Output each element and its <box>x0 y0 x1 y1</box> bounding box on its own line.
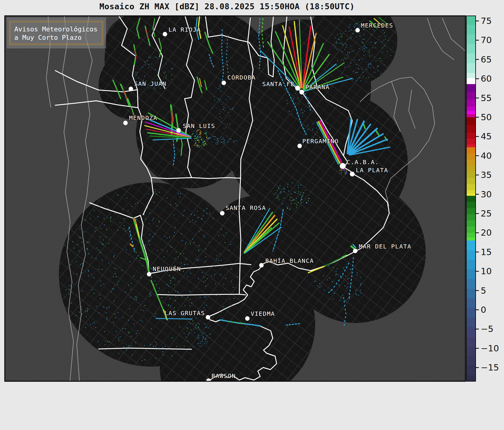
city-dot <box>147 272 151 277</box>
city-dot <box>220 211 225 216</box>
colorbar-segment <box>466 63 476 73</box>
colorbar-tick-label: 65 <box>481 54 492 65</box>
colorbar-segment <box>466 269 476 279</box>
city-dot <box>353 249 358 253</box>
city-label: RAWSON <box>212 372 236 379</box>
city-dot <box>129 87 133 91</box>
colorbar-tick-label: 70 <box>481 35 492 45</box>
city-label: LA PLATA <box>356 167 388 174</box>
colorbar-segment <box>466 184 476 190</box>
colorbar-segment <box>466 289 476 298</box>
colorbar-segment <box>466 147 476 153</box>
city-label: BAHÍA BLANCA <box>265 257 314 264</box>
colorbar-tick-label: 10 <box>481 266 492 276</box>
city-dot <box>222 81 226 85</box>
city-label: MAR DEL PLATA <box>359 243 411 250</box>
colorbar-segment <box>466 208 476 214</box>
colorbar-segment <box>466 54 476 63</box>
city-label: MENDOZA <box>129 114 157 121</box>
colorbar-segment <box>466 125 476 133</box>
city-dot <box>259 263 264 268</box>
colorbar-segment <box>466 190 476 194</box>
city-label: SANTA FE <box>262 80 295 88</box>
city-dot <box>356 28 360 33</box>
colorbar-segment <box>466 16 476 25</box>
footer: Servicio Meteorológico Nacional Argentin… <box>0 382 504 430</box>
colorbar-segment <box>466 375 476 382</box>
colorbar-segment <box>466 220 476 227</box>
colorbar-segment <box>466 240 476 250</box>
colorbar-segment <box>466 308 476 318</box>
city-label: C.A.B.A. <box>347 158 379 166</box>
city-dot <box>206 315 210 320</box>
colorbar-segment <box>466 178 476 184</box>
colorbar-segment <box>466 337 476 347</box>
colorbar-segment <box>466 73 476 78</box>
colorbar-segment <box>466 117 476 125</box>
city-label: PARANÁ <box>305 83 330 91</box>
colorbar-tick-label: 40 <box>481 151 492 161</box>
colorbar-tick-label: 15 <box>481 247 492 257</box>
warnings-overlay-line2: a Muy Corto Plazo <box>14 34 82 41</box>
warnings-overlay-box: Avisos Meteorológicosa Muy Corto Plazo <box>7 17 106 48</box>
colorbar-tick-label: 25 <box>481 208 492 219</box>
city-label: SAN LUIS <box>183 122 215 129</box>
colorbar-segment <box>466 92 476 100</box>
colorbar-segment <box>466 279 476 289</box>
colorbar-tick-label: 75 <box>481 16 492 26</box>
radar-map: Avisos Meteorológicosa Muy Corto PlazoLA… <box>0 0 504 430</box>
city-dot <box>163 32 167 36</box>
colorbar-segment <box>466 114 476 118</box>
colorbar-tick-label: 55 <box>481 93 492 103</box>
colorbar-tick-label: 5 <box>481 286 486 296</box>
city-dot <box>340 163 346 169</box>
colorbar-segment <box>466 250 476 260</box>
city-label: SAN JUAN <box>134 80 166 87</box>
colorbar-tick-label: 60 <box>481 74 492 84</box>
colorbar-tick-label: 50 <box>481 112 492 122</box>
colorbar-segment <box>466 366 476 376</box>
colorbar-segment <box>466 100 476 107</box>
colorbar-segment <box>466 202 476 208</box>
colorbar-tick-label: 20 <box>481 228 492 238</box>
colorbar-segment <box>466 153 476 160</box>
city-dot <box>123 121 128 125</box>
colorbar-tick-label: −5 <box>481 324 494 334</box>
colorbar-segment <box>466 84 476 92</box>
colorbar-segment <box>466 172 476 178</box>
colorbar-segment <box>466 214 476 221</box>
colorbar-tick-label: 0 <box>481 305 486 315</box>
city-label: NEUQUÉN <box>153 265 181 272</box>
map-canvas: Avisos Meteorológicosa Muy Corto PlazoLA… <box>5 0 465 416</box>
colorbar-segment <box>466 233 476 237</box>
colorbar-segment <box>466 227 476 233</box>
city-dot <box>177 128 181 133</box>
colorbar-tick-label: 35 <box>481 170 492 180</box>
colorbar-segment <box>466 133 476 139</box>
city-dot <box>299 90 304 94</box>
colorbar-segment <box>466 298 476 308</box>
colorbar-segment <box>466 356 476 366</box>
colorbar-segment <box>466 34 476 44</box>
city-label: LAS GRUTAS <box>165 309 205 317</box>
colorbar-tick-label: −10 <box>481 343 499 353</box>
colorbar-segment <box>466 327 476 337</box>
city-dot <box>350 172 355 176</box>
colorbar-segment <box>466 78 476 84</box>
city-dot <box>295 86 300 91</box>
warnings-overlay-line1: Avisos Meteorológicos <box>14 25 97 33</box>
colorbar-segment <box>466 346 476 356</box>
colorbar-segment <box>466 318 476 327</box>
colorbar-segment <box>466 196 476 202</box>
colorbar-segment <box>466 25 476 35</box>
city-dot <box>245 316 250 321</box>
colorbar-segment <box>466 106 476 111</box>
city-dot <box>298 144 302 148</box>
colorbar-segment <box>466 260 476 270</box>
colorbar-tick-label: −15 <box>481 362 499 373</box>
colorbar-segment <box>466 144 476 147</box>
colorbar-tick-label: 45 <box>481 131 492 141</box>
city-label: MERCEDES <box>361 22 393 29</box>
colorbar-segment <box>466 111 476 114</box>
colorbar-segment <box>466 44 476 54</box>
